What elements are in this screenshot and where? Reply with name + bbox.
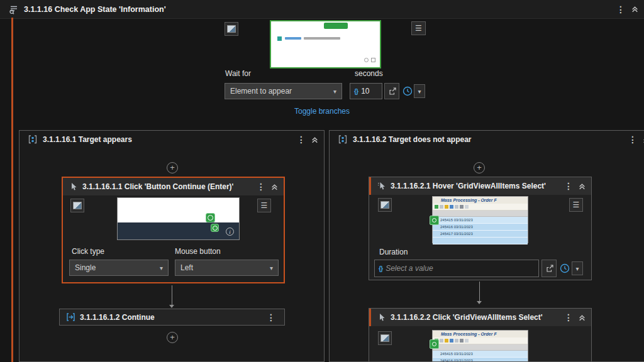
continue-activity[interactable]: 3.1.1.16.1.2 Continue ⋮ — [59, 309, 285, 326]
target-indicator-icon — [430, 216, 439, 225]
kebab-menu-icon[interactable]: ⋮ — [613, 5, 629, 14]
screenshot-icon — [380, 334, 389, 342]
info-icon: i — [226, 228, 234, 236]
kebab-menu-icon[interactable]: ⋮ — [253, 182, 269, 191]
click-activity[interactable]: 3.1.1.16.1.1 Click 'Button Continue (Ent… — [62, 177, 285, 283]
add-activity-button[interactable]: + — [167, 162, 178, 173]
click-icon — [377, 313, 386, 322]
hover-activity[interactable]: 3.1.1.16.2.1 Hover 'GridViewAllItems Sel… — [369, 177, 592, 280]
thumbnail-grid-header — [433, 344, 528, 351]
informative-screenshot-toggle-button[interactable] — [70, 199, 84, 212]
screenshot-options-button[interactable]: ☰ — [411, 21, 426, 35]
target-element-screenshot[interactable]: i — [117, 197, 240, 240]
activity-title: 3.1.1.16.2.1 Hover 'GridViewAllItems Sel… — [391, 182, 546, 190]
branch-target-does-not-appear: 3.1.1.16.2 Target does not appear ⋮ + 3.… — [329, 130, 644, 362]
wait-for-label: Wait for — [225, 69, 251, 78]
target-indicator-icon — [430, 339, 439, 349]
kebab-menu-icon[interactable]: ⋮ — [625, 135, 641, 144]
target-app-screenshot[interactable] — [270, 20, 381, 69]
dialog-footer-region — [118, 222, 239, 239]
informative-screenshot-toggle-button[interactable] — [225, 22, 238, 36]
add-activity-button[interactable]: + — [167, 332, 178, 343]
chevron-down-icon: ▾ — [333, 88, 336, 95]
click-type-dropdown[interactable]: Single ▾ — [69, 260, 169, 276]
informative-screenshot-toggle-button[interactable] — [378, 331, 392, 345]
thumbnail-grid-row: 245415 03/31/2023 — [433, 351, 528, 358]
click-activity[interactable]: 3.1.1.16.2.2 Click 'GridViewAllItems Sel… — [369, 308, 592, 362]
timeout-clock-icon — [559, 263, 570, 274]
connector-line — [172, 285, 172, 305]
expression-braces-icon: {} — [379, 265, 382, 272]
check-app-state-icon — [9, 4, 19, 14]
collapse-icon[interactable] — [270, 183, 279, 191]
toggle-branches-link[interactable]: Toggle branches — [259, 107, 385, 116]
click-type-value: Single — [75, 263, 96, 272]
kebab-menu-icon[interactable]: ⋮ — [263, 313, 279, 322]
mouse-button-label: Mouse button — [175, 247, 221, 256]
hover-icon — [377, 182, 386, 190]
kebab-menu-icon[interactable]: ⋮ — [560, 182, 577, 190]
target-element-screenshot[interactable]: Mass Processing - Order F 245415 03/31/2… — [432, 196, 528, 243]
thumbnail-toolbar — [433, 337, 528, 344]
branch-target-does-not-appear-header[interactable]: 3.1.1.16.2 Target does not appear ⋮ — [330, 131, 644, 148]
chevron-down-icon: ▾ — [160, 265, 163, 272]
screenshot-icon — [73, 202, 82, 209]
collapse-icon[interactable] — [311, 136, 319, 144]
target-element-screenshot[interactable]: Mass Processing - Order F 245415 03/31/2… — [432, 330, 528, 362]
seconds-options-button[interactable]: ▾ — [414, 84, 425, 98]
collapse-icon[interactable] — [578, 182, 586, 190]
duration-options-button[interactable]: ▾ — [572, 261, 583, 275]
expand-icon — [388, 87, 396, 96]
thumbnail-grid-row: 245417 03/31/2023 — [433, 231, 528, 238]
plus-icon: + — [477, 163, 482, 172]
hover-activity-header[interactable]: 3.1.1.16.2.1 Hover 'GridViewAllItems Sel… — [369, 177, 591, 195]
screenshot-options-button[interactable]: ☰ — [257, 199, 271, 212]
add-activity-button[interactable]: + — [474, 162, 485, 173]
activity-title: 3.1.1.16.1.1 Click 'Button Continue (Ent… — [82, 182, 233, 191]
dialog-link-text — [285, 37, 301, 40]
activity-title: 3.1.1.16.1.2 Continue — [80, 313, 155, 322]
expand-icon — [545, 265, 553, 273]
click-icon — [69, 182, 78, 191]
connector-arrowhead — [169, 305, 174, 308]
wait-for-dropdown[interactable]: Element to appear ▾ — [225, 83, 342, 99]
kebab-menu-icon[interactable]: ⋮ — [560, 313, 577, 322]
thumbnail-window-title: Mass Processing - Order F — [433, 331, 528, 337]
chevron-down-icon: ▾ — [418, 88, 421, 95]
activity-title: 3.1.1.16 Check App State 'Information' — [24, 5, 166, 14]
thumbnail-grid-row — [433, 238, 528, 244]
screenshot-options-button[interactable]: ☰ — [569, 198, 583, 212]
click-activity-header[interactable]: 3.1.1.16.2.2 Click 'GridViewAllItems Sel… — [369, 309, 591, 326]
collapse-icon[interactable] — [578, 314, 586, 322]
click-type-label: Click type — [72, 247, 104, 256]
branch-target-appears: 3.1.1.16.1 Target appears ⋮ + 3.1.1.16.1… — [19, 130, 325, 362]
informative-screenshot-toggle-button[interactable] — [378, 198, 392, 212]
branch-target-appears-header[interactable]: 3.1.1.16.1 Target appears ⋮ — [19, 131, 324, 148]
dialog-corner-icon — [364, 58, 369, 62]
screenshot-icon — [380, 201, 389, 209]
duration-input[interactable]: {} Select a value — [374, 260, 539, 277]
highlighted-button-region — [324, 23, 348, 29]
dialog-icon — [277, 36, 282, 41]
branch-icon — [28, 134, 38, 145]
dialog-corner-icon — [371, 58, 375, 62]
expression-braces-icon: {} — [354, 87, 358, 95]
open-expression-editor-button[interactable] — [541, 260, 557, 277]
collapse-icon[interactable] — [631, 5, 639, 13]
open-expression-editor-button[interactable] — [384, 83, 399, 99]
kebab-menu-icon[interactable]: ⋮ — [293, 135, 309, 144]
chevron-down-icon: ▾ — [270, 265, 273, 272]
thumbnail-grid-row: 245415 03/31/2023 — [433, 217, 528, 224]
connector-arrowhead — [477, 301, 482, 304]
thumbnail-window-title: Mass Processing - Order F — [433, 197, 528, 204]
mouse-button-dropdown[interactable]: Left ▾ — [175, 260, 279, 276]
plus-icon: + — [170, 163, 175, 172]
branch-icon — [338, 134, 348, 145]
check-app-state-header[interactable]: 3.1.1.16 Check App State 'Information' ⋮ — [0, 0, 644, 19]
timeout-clock-icon — [402, 85, 413, 97]
plus-icon: + — [170, 332, 175, 342]
seconds-input[interactable]: {} 10 — [350, 83, 382, 99]
branch-title: 3.1.1.16.1 Target appears — [43, 135, 132, 144]
click-activity-header[interactable]: 3.1.1.16.1.1 Click 'Button Continue (Ent… — [63, 178, 284, 195]
hamburger-icon: ☰ — [573, 200, 580, 209]
